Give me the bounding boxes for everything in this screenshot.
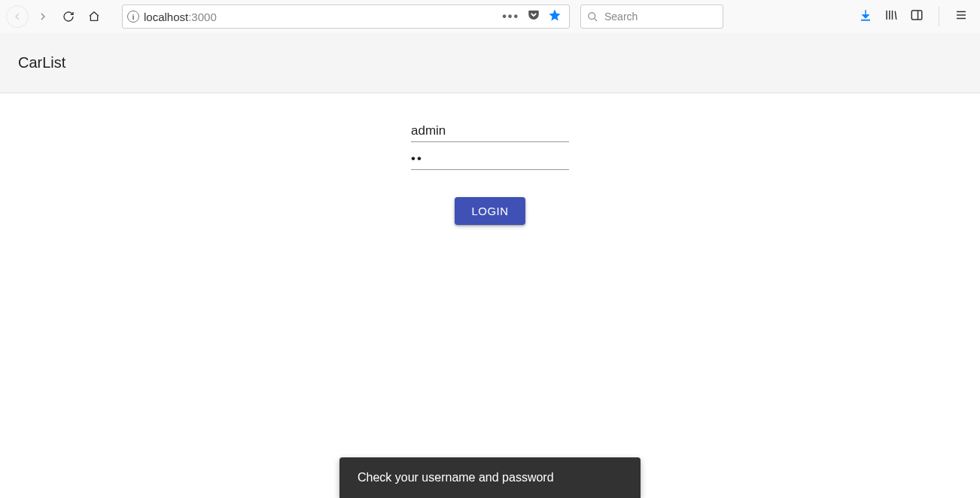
login-button[interactable]: LOGIN xyxy=(455,197,525,225)
reload-button[interactable] xyxy=(57,5,80,28)
search-bar[interactable]: Search xyxy=(580,5,723,29)
app-header: CarList xyxy=(0,33,980,93)
svg-rect-1 xyxy=(912,11,922,20)
password-input[interactable] xyxy=(411,147,569,170)
forward-button[interactable] xyxy=(32,5,54,28)
url-port: :3000 xyxy=(188,11,217,23)
page-actions-icon[interactable]: ••• xyxy=(502,10,519,23)
url-host: localhost xyxy=(144,11,188,23)
pocket-icon[interactable] xyxy=(527,8,540,25)
search-icon xyxy=(587,11,598,23)
menu-icon[interactable] xyxy=(954,8,968,25)
url-bar[interactable]: i localhost:3000 ••• xyxy=(122,5,570,29)
home-button[interactable] xyxy=(83,5,105,28)
sidebar-icon[interactable] xyxy=(910,8,924,25)
username-input[interactable] xyxy=(411,119,569,142)
svg-point-0 xyxy=(589,12,595,19)
login-form: LOGIN xyxy=(0,93,980,225)
url-text: localhost:3000 xyxy=(144,11,217,23)
search-placeholder: Search xyxy=(604,11,638,23)
back-button[interactable] xyxy=(6,5,29,28)
site-info-icon[interactable]: i xyxy=(127,11,139,23)
bookmark-star-icon[interactable] xyxy=(548,8,562,25)
error-snackbar: Check your username and password xyxy=(339,457,641,498)
browser-toolbar: i localhost:3000 ••• Search xyxy=(0,0,980,33)
separator xyxy=(939,7,939,26)
downloads-icon[interactable] xyxy=(859,8,872,25)
snackbar-message: Check your username and password xyxy=(358,471,554,484)
library-icon[interactable] xyxy=(884,8,898,25)
app-title: CarList xyxy=(18,54,65,71)
